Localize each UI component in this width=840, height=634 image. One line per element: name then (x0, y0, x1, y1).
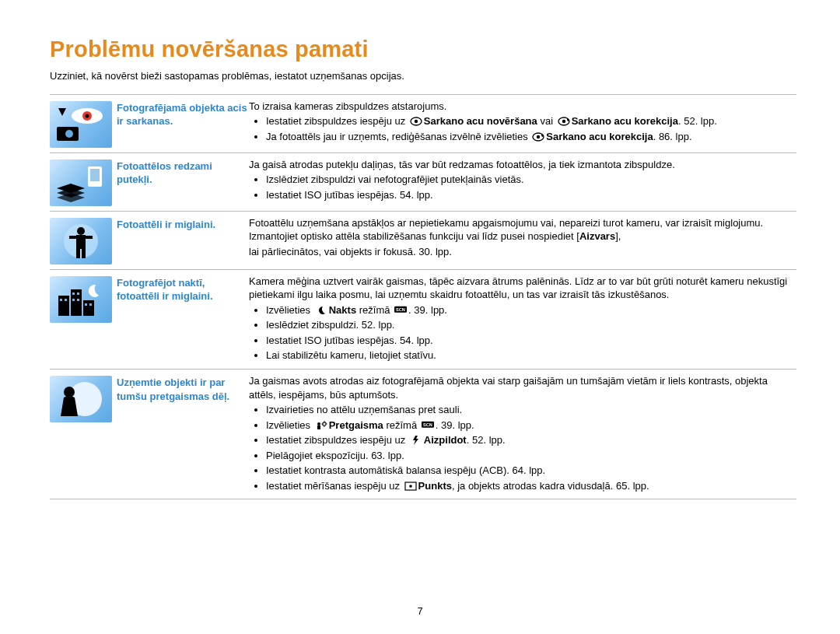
list-item: Iestatiet kontrasta automātiskā balansa … (266, 464, 796, 478)
thumb-night-icon (50, 276, 112, 323)
list-item: Izvēlieties Nakts režīmā SCN. 39. lpp. (266, 303, 796, 317)
svg-text:SCN: SCN (423, 422, 432, 427)
sun-person-icon (315, 421, 327, 430)
svg-point-6 (415, 120, 418, 123)
list-item: Ja fotoattēls jau ir uzņemts, rediģēšana… (266, 130, 796, 144)
svg-rect-29 (85, 303, 87, 306)
list-item: Pielāgojiet ekspozīciju. 63. lpp. (266, 449, 796, 463)
svg-point-35 (317, 422, 320, 426)
thumb-cell (50, 100, 117, 148)
list-item: Iestatiet ISO jutības iespējas. 54. lpp. (266, 334, 796, 348)
trouble-row: Fotoattēli ir miglaini. Fotoattēlu uzņem… (50, 211, 796, 269)
svg-point-14 (77, 227, 85, 235)
page-number: 7 (0, 604, 840, 618)
svg-rect-30 (89, 303, 92, 306)
thumb-blur-icon (50, 218, 112, 264)
moon-icon (315, 306, 327, 315)
svg-point-2 (86, 114, 89, 117)
thumb-red-eye-icon (50, 101, 112, 148)
svg-point-34 (64, 387, 75, 398)
eye-fix-icon (532, 132, 544, 142)
list-item: Izslēdziet zibspuldzi vai nefotografējie… (266, 173, 796, 187)
spot-icon (404, 482, 417, 491)
trouble-label: Fotografējamā objekta acis ir sarkanas. (117, 100, 249, 148)
svg-point-10 (537, 135, 540, 138)
list-item: Iestatiet ISO jutības iespējas. 54. lpp. (266, 188, 796, 202)
eye-fix-icon (558, 117, 570, 126)
trouble-body: To izraisa kameras zibspuldzes atstaroju… (249, 100, 796, 148)
list-item: Iestatiet zibspuldzes iespēju uz Aizpild… (266, 433, 796, 447)
svg-rect-36 (317, 426, 320, 429)
svg-point-4 (65, 130, 73, 138)
svg-rect-16 (69, 236, 76, 239)
trouble-label: Uzņemtie objekti ir par tumšu pretgaisma… (117, 374, 249, 494)
list-item: Ieslēdziet zibspuldzi. 52. lpp. (266, 318, 796, 332)
trouble-row: Fotoattēlos redzami putekļi. Ja gaisā at… (50, 152, 796, 211)
svg-rect-20 (58, 296, 69, 316)
page-subtitle: Uzziniet, kā novērst bieži sastopamas pr… (50, 69, 796, 83)
trouble-label: Fotografējot naktī, fotoattēli ir miglai… (117, 275, 249, 364)
list-item: Iestatiet zibspuldzes iespēju uz Sarkano… (266, 114, 796, 128)
trouble-label: Fotoattēlos redzami putekļi. (117, 158, 249, 206)
scn-icon: SCN (422, 421, 434, 430)
svg-rect-15 (76, 235, 86, 249)
svg-point-37 (323, 422, 326, 425)
svg-rect-12 (90, 169, 100, 181)
svg-rect-17 (86, 236, 93, 239)
list-item: Lai stabilizētu kameru, lietojiet statīv… (266, 349, 796, 363)
trouble-label: Fotoattēli ir miglaini. (117, 216, 249, 264)
svg-rect-22 (83, 300, 94, 316)
svg-point-8 (562, 120, 565, 123)
svg-rect-19 (82, 249, 86, 258)
svg-rect-23 (60, 299, 62, 301)
svg-rect-28 (77, 299, 79, 301)
svg-rect-27 (72, 299, 75, 301)
svg-rect-25 (72, 292, 75, 295)
list-item: Izvairieties no attēlu uzņemšanas pret s… (266, 403, 796, 417)
svg-text:SCN: SCN (396, 307, 405, 312)
flash-icon (410, 436, 422, 445)
scn-icon: SCN (394, 306, 407, 315)
thumb-dust-icon (50, 159, 112, 206)
svg-rect-18 (76, 249, 80, 258)
trouble-row: Fotografējot naktī, fotoattēli ir miglai… (50, 269, 796, 369)
list-item: Iestatiet mērīšanas iespēju uz Punkts, j… (266, 479, 796, 493)
thumb-backlight-icon (50, 376, 112, 422)
page-title: Problēmu novēršanas pamati (50, 34, 796, 65)
svg-point-45 (409, 485, 412, 488)
list-item: Izvēlieties Pretgaisma režīmā SCN. 39. l… (266, 419, 796, 433)
trouble-row: Fotografējamā objekta acis ir sarkanas. … (50, 94, 796, 152)
trouble-row: Uzņemtie objekti ir par tumšu pretgaisma… (50, 369, 796, 499)
svg-rect-24 (65, 299, 67, 301)
svg-rect-26 (77, 292, 79, 295)
eye-icon (410, 117, 422, 126)
